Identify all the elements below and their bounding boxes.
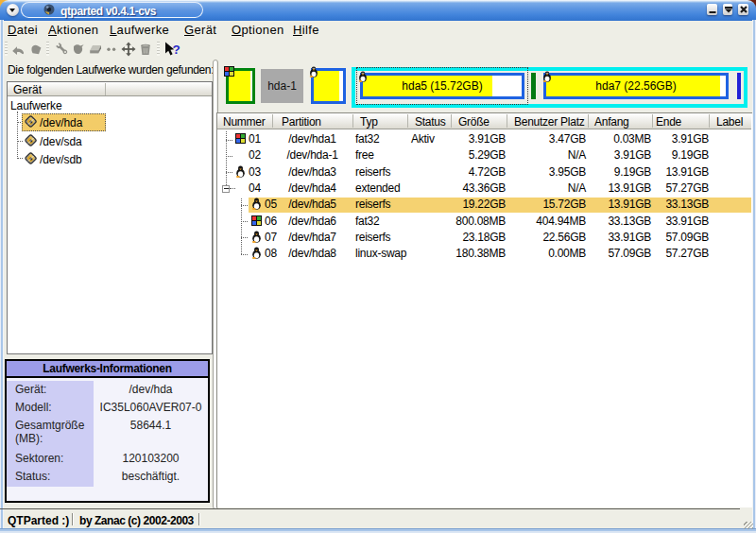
svg-text:?: ? (173, 43, 180, 57)
